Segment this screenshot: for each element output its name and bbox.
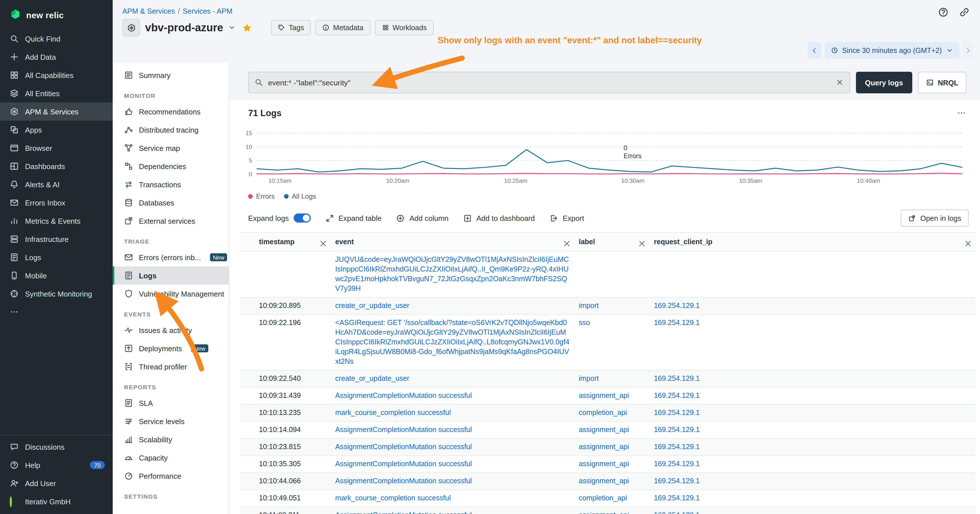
sidebar-item-infrastructure[interactable]: Infrastructure <box>0 230 113 248</box>
label-cell[interactable]: assignment_api <box>574 473 649 490</box>
subnav-item-dependencies[interactable]: Dependencies <box>113 157 229 175</box>
subnav-item-thread-profiler[interactable]: Thread profiler <box>113 358 229 376</box>
log-row[interactable]: 10:09:22.196<ASGIRequest: GET '/sso/call… <box>240 315 975 371</box>
event-cell[interactable]: AssignmentCompletionMutation successful <box>331 439 574 455</box>
subnav-item-transactions[interactable]: Transactions <box>113 175 229 194</box>
subnav-item-recommendations[interactable]: Recommendations <box>113 102 229 121</box>
column-header-timestamp[interactable]: timestamp <box>255 233 331 251</box>
time-forward-button[interactable] <box>963 42 973 59</box>
event-cell[interactable]: mark_course_completion successful <box>331 405 574 421</box>
event-cell[interactable]: AssignmentCompletionMutation successful <box>331 422 574 438</box>
sidebar-item-all-entities[interactable]: All Entities <box>0 84 113 102</box>
column-header-label[interactable]: label <box>574 233 649 251</box>
request-client-ip-cell[interactable] <box>649 251 975 297</box>
tags-chip[interactable]: Tags <box>271 20 311 35</box>
expand-logs-toggle[interactable]: Expand logs <box>248 213 310 223</box>
label-cell[interactable]: assignment_api <box>574 388 649 404</box>
request-client-ip-cell[interactable]: 169.254.129.1 <box>649 371 975 387</box>
export-button[interactable]: Export <box>550 214 584 222</box>
clear-search-icon[interactable] <box>835 78 844 86</box>
label-cell[interactable]: assignment_api <box>574 507 649 514</box>
log-row[interactable]: 10:09:31.439AssignmentCompletionMutation… <box>240 388 975 405</box>
subnav-item-vulnerability-management[interactable]: Vulnerability Management <box>113 285 229 303</box>
label-cell[interactable]: completion_api <box>574 490 649 507</box>
request-client-ip-cell[interactable]: 169.254.129.1 <box>649 422 975 438</box>
request-client-ip-cell[interactable]: 169.254.129.1 <box>649 388 975 404</box>
breadcrumb-services-apm[interactable]: Services - APM <box>183 7 232 15</box>
subnav-item-external-services[interactable]: External services <box>113 212 229 230</box>
subnav-item-errors-errors-inb[interactable]: Errors (errors inb...New <box>113 248 229 266</box>
remove-column-icon[interactable] <box>562 239 568 245</box>
sidebar-item-add-user[interactable]: Add User <box>0 474 113 492</box>
sidebar-item-more[interactable] <box>0 303 113 321</box>
event-cell[interactable]: AssignmentCompletionMutation successful <box>331 388 574 404</box>
subnav-item-logs[interactable]: Logs <box>113 266 229 285</box>
more-options-icon[interactable] <box>957 108 966 118</box>
label-cell[interactable]: sso <box>574 315 649 370</box>
subnav-item-databases[interactable]: Databases <box>113 194 229 212</box>
log-search-input[interactable] <box>248 72 850 93</box>
event-cell[interactable]: create_or_update_user <box>331 298 574 314</box>
event-cell[interactable]: AssignmentCompletionMutation successful <box>331 507 574 514</box>
subnav-item-capacity[interactable]: Capacity <box>113 449 229 467</box>
log-row[interactable]: 10:11:00.311AssignmentCompletionMutation… <box>240 507 975 514</box>
expand-table-button[interactable]: Expand table <box>325 214 382 222</box>
entity-chevron-down-icon[interactable] <box>229 24 236 31</box>
request-client-ip-cell[interactable]: 169.254.129.1 <box>649 439 975 455</box>
open-in-logs-button[interactable]: Open in logs <box>901 210 969 226</box>
subnav-item-deployments[interactable]: DeploymentsNew <box>113 339 229 358</box>
label-cell[interactable]: import <box>574 371 649 387</box>
sidebar-item-errors-inbox[interactable]: Errors Inbox <box>0 194 113 212</box>
subnav-item-scalability[interactable]: Scalability <box>113 430 229 449</box>
legend-errors[interactable]: Errors <box>248 193 275 201</box>
log-row[interactable]: 10:10:44.066AssignmentCompletionMutation… <box>240 473 975 490</box>
query-logs-button[interactable]: Query logs <box>856 72 912 93</box>
request-client-ip-cell[interactable]: 169.254.129.1 <box>649 456 975 473</box>
sidebar-item-help[interactable]: Help70 <box>0 456 113 474</box>
label-cell[interactable]: assignment_api <box>574 456 649 473</box>
label-cell[interactable]: completion_api <box>574 405 649 421</box>
sidebar-item-add-data[interactable]: Add Data <box>0 48 113 66</box>
sidebar-item-dashboards[interactable]: Dashboards <box>0 157 113 175</box>
log-row[interactable]: 10:09:22.540create_or_update_userimport1… <box>240 371 975 388</box>
sidebar-item-logs[interactable]: Logs <box>0 248 113 266</box>
nrql-button[interactable]: NRQL <box>918 72 966 93</box>
sidebar-item-browser[interactable]: Browser <box>0 139 113 157</box>
log-row[interactable]: 10:09:20.895create_or_update_userimport1… <box>240 298 975 315</box>
sidebar-item-all-capabilities[interactable]: All Capabilities <box>0 66 113 84</box>
sidebar-item-apm-services[interactable]: APM & Services <box>0 102 113 121</box>
breadcrumb-apm-services[interactable]: APM & Services <box>123 7 175 15</box>
subnav-item-service-levels[interactable]: Service levels <box>113 412 229 430</box>
help-circle-icon[interactable] <box>938 7 949 18</box>
permalink-icon[interactable] <box>959 7 970 18</box>
toggle-on[interactable] <box>293 213 310 223</box>
newrelic-logo[interactable]: new relic <box>0 0 113 30</box>
metadata-chip[interactable]: Metadata <box>315 20 371 35</box>
event-cell[interactable]: JUQVU&code=eyJraWQiOiJjcGltY29yZV8wOTl1M… <box>331 251 574 297</box>
column-header-request-client-ip[interactable]: request_client_ip <box>649 233 975 251</box>
log-row[interactable]: 10:10:14.094AssignmentCompletionMutation… <box>240 422 975 439</box>
event-cell[interactable]: AssignmentCompletionMutation successful <box>331 473 574 490</box>
time-range-button[interactable]: Since 30 minutes ago (GMT+2) <box>824 42 959 59</box>
event-cell[interactable]: create_or_update_user <box>331 371 574 387</box>
log-row[interactable]: 10:10:49.051mark_course_completion succe… <box>240 490 975 507</box>
time-back-button[interactable] <box>807 42 821 59</box>
request-client-ip-cell[interactable]: 169.254.129.1 <box>649 473 975 490</box>
sidebar-item-synthetic-monitoring[interactable]: Synthetic Monitoring <box>0 285 113 303</box>
legend-all-logs[interactable]: All Logs <box>284 193 316 201</box>
log-row[interactable]: 10:10:13.235mark_course_completion succe… <box>240 405 975 422</box>
sidebar-item-mobile[interactable]: Mobile <box>0 266 113 285</box>
label-cell[interactable]: assignment_api <box>574 439 649 455</box>
sidebar-item-quick-find[interactable]: Quick Find <box>0 30 113 48</box>
subnav-item-service-map[interactable]: Service map <box>113 139 229 157</box>
add-column-button[interactable]: Add column <box>396 214 449 222</box>
subnav-item-performance[interactable]: Performance <box>113 467 229 485</box>
remove-column-icon[interactable] <box>964 239 970 245</box>
sidebar-item-iterativ-gmbh[interactable]: Iterativ GmbH <box>0 492 113 511</box>
event-cell[interactable]: mark_course_completion successful <box>331 490 574 507</box>
sidebar-item-discussions[interactable]: Discussions <box>0 438 113 456</box>
workloads-chip[interactable]: Workloads <box>375 20 433 35</box>
request-client-ip-cell[interactable]: 169.254.129.1 <box>649 507 975 514</box>
log-row[interactable]: JUQVU&code=eyJraWQiOiJjcGltY29yZV8wOTl1M… <box>240 251 975 298</box>
favorite-star-icon[interactable] <box>242 22 252 33</box>
